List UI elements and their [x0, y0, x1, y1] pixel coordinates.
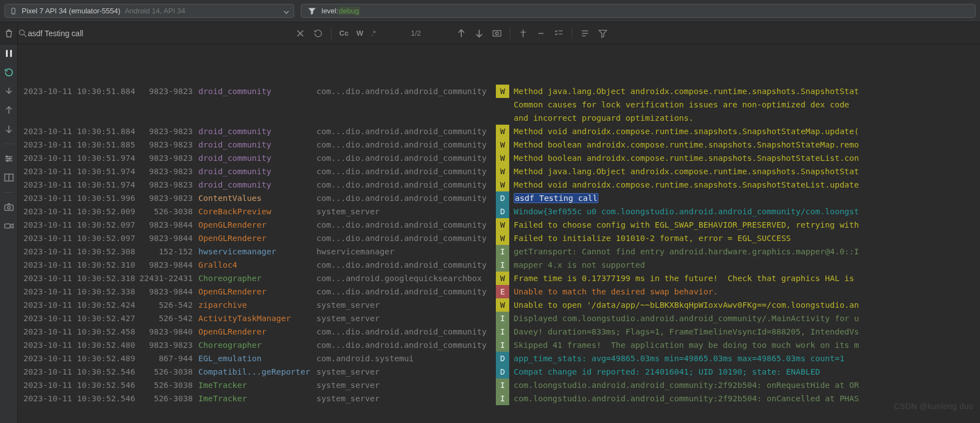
action-row: Cc W .* 1/2 — [0, 22, 980, 45]
log-row[interactable]: 2023-10-11 10:30:52.0979823-9844OpenGLRe… — [18, 232, 980, 245]
log-row[interactable]: 2023-10-11 10:30:51.8849823-9823droid_co… — [18, 125, 980, 138]
screenshot-icon[interactable] — [492, 28, 502, 38]
log-row[interactable]: 2023-10-11 10:30:52.546526-3038Compatibi… — [18, 365, 980, 378]
restart-icon[interactable] — [3, 67, 14, 78]
log-pid: 9823-9823 — [139, 178, 198, 191]
log-tag: hwservicemanager — [198, 245, 316, 258]
log-row[interactable]: 2023-10-11 10:30:52.4589823-9840OpenGLRe… — [18, 325, 980, 338]
log-pid: 9823-9840 — [139, 325, 198, 338]
log-tag: Gralloc4 — [198, 258, 316, 272]
log-table[interactable]: 2023-10-11 10:30:51.8849823-9823droid_co… — [18, 45, 980, 423]
log-lvl: W — [496, 298, 509, 312]
log-lvl: I — [496, 258, 509, 272]
log-row[interactable]: 2023-10-11 10:30:52.3389823-9844OpenGLRe… — [18, 285, 980, 298]
arrow-down-icon[interactable] — [3, 124, 14, 135]
camera-icon[interactable] — [3, 201, 14, 213]
log-ts: 2023-10-11 10:30:52.308 — [23, 245, 139, 258]
log-tag: ImeTracker — [198, 392, 316, 405]
log-ts: 2023-10-11 10:30:51.885 — [23, 138, 139, 151]
log-pid: 526-542 — [139, 298, 198, 312]
log-row[interactable]: Common causes for lock verification issu… — [18, 98, 980, 111]
log-lvl: W — [496, 178, 509, 191]
log-row[interactable]: 2023-10-11 10:30:51.8849823-9823droid_co… — [18, 85, 980, 98]
clear-log-button[interactable] — [0, 22, 18, 44]
log-row[interactable]: and incorrect proguard optimizations. — [18, 111, 980, 125]
log-pid: 9823-9844 — [139, 218, 198, 232]
log-pkg: com...dio.android.android_community — [316, 338, 496, 352]
log-row[interactable]: 2023-10-11 10:30:51.9749823-9823droid_co… — [18, 165, 980, 178]
log-pkg: com...dio.android.android_community — [316, 325, 496, 338]
log-row[interactable]: 2023-10-11 10:30:51.9749823-9823droid_co… — [18, 178, 980, 191]
arrow-up-icon[interactable] — [3, 105, 14, 116]
layout-icon[interactable] — [3, 172, 14, 183]
svg-rect-4 — [493, 31, 501, 36]
svg-rect-13 — [4, 224, 10, 228]
prev-match-button[interactable] — [456, 28, 466, 38]
log-ts: 2023-10-11 10:30:52.318 — [23, 272, 139, 285]
log-filter-input[interactable]: level:debug — [301, 4, 976, 18]
log-pkg: system_server — [316, 392, 496, 405]
video-icon[interactable] — [3, 220, 14, 232]
next-match-button[interactable] — [474, 28, 484, 38]
log-pid: 9823-9823 — [139, 151, 198, 165]
log-msg: com.loongstudio.android.android_communit… — [514, 392, 980, 405]
log-row[interactable]: 2023-10-11 10:30:52.546526-3038ImeTracke… — [18, 378, 980, 392]
topbar: Pixel 7 API 34 (emulator-5554) Android 1… — [0, 0, 980, 22]
step-over-icon[interactable] — [3, 86, 14, 97]
insert-marker-icon[interactable] — [518, 28, 528, 38]
log-msg: Displayed com.loongstudio.android.androi… — [514, 312, 980, 325]
log-row[interactable]: 2023-10-11 10:30:51.8859823-9823droid_co… — [18, 138, 980, 151]
log-lvl: W — [496, 218, 509, 232]
remove-marker-icon[interactable] — [536, 28, 546, 38]
device-selector[interactable]: Pixel 7 API 34 (emulator-5554) Android 1… — [4, 4, 294, 18]
search-input[interactable] — [28, 29, 295, 38]
log-row[interactable]: 2023-10-11 10:30:52.4809823-9823Choreogr… — [18, 338, 980, 352]
log-msg: Common causes for lock verification issu… — [514, 98, 980, 111]
regex-toggle[interactable]: .* — [371, 29, 376, 37]
log-msg: and incorrect proguard optimizations. — [514, 111, 980, 125]
log-ts: 2023-10-11 10:30:51.974 — [23, 178, 139, 191]
checklist-icon[interactable] — [554, 28, 564, 38]
log-pkg: com...dio.android.android_community — [316, 85, 496, 98]
log-ts: 2023-10-11 10:30:52.546 — [23, 392, 139, 405]
words-toggle[interactable]: W — [357, 29, 363, 37]
close-icon[interactable] — [295, 28, 305, 38]
log-pid: 9823-9823 — [139, 125, 198, 138]
log-pid: 9823-9844 — [139, 285, 198, 298]
log-msg: Method boolean androidx.compose.runtime.… — [514, 151, 980, 165]
log-msg: Compat change id reported: 214016041; UI… — [514, 365, 980, 378]
log-row[interactable]: 2023-10-11 10:30:52.424526-542ziparchive… — [18, 298, 980, 312]
log-msg: Method java.lang.Object androidx.compose… — [514, 165, 980, 178]
log-pkg: com...dio.android.android_community — [316, 178, 496, 191]
log-row[interactable]: 2023-10-11 10:30:51.9749823-9823droid_co… — [18, 151, 980, 165]
log-row[interactable]: 2023-10-11 10:30:52.009526-3038CoreBackP… — [18, 205, 980, 218]
log-msg: Method void androidx.compose.runtime.sna… — [514, 125, 980, 138]
log-row[interactable]: 2023-10-11 10:30:52.0979823-9844OpenGLRe… — [18, 218, 980, 232]
filter-icon[interactable] — [598, 28, 608, 38]
log-row[interactable]: 2023-10-11 10:30:51.9969823-9823ContentV… — [18, 191, 980, 205]
svg-point-5 — [495, 32, 498, 35]
log-lvl: D — [496, 365, 509, 378]
log-msg: Unable to match the desired swap behavio… — [514, 285, 980, 298]
log-pkg: com.android.systemui — [316, 352, 496, 365]
svg-point-6 — [6, 156, 7, 158]
phone-icon — [9, 7, 17, 15]
match-case-toggle[interactable]: Cc — [339, 29, 349, 37]
log-tag: OpenGLRenderer — [198, 232, 316, 245]
settings-icon[interactable] — [3, 153, 14, 164]
log-row[interactable]: 2023-10-11 10:30:52.489867-944EGL_emulat… — [18, 352, 980, 365]
log-row[interactable]: 2023-10-11 10:30:52.546526-3038ImeTracke… — [18, 392, 980, 405]
log-msg: Frame time is 0.17377199 ms in the futur… — [514, 272, 980, 285]
log-row[interactable]: 2023-10-11 10:30:52.3109823-9844Gralloc4… — [18, 258, 980, 272]
history-icon[interactable] — [313, 28, 323, 38]
log-row[interactable]: 2023-10-11 10:30:52.427526-542ActivityTa… — [18, 312, 980, 325]
format-icon[interactable] — [580, 28, 590, 38]
separator — [510, 28, 510, 39]
log-ts: 2023-10-11 10:30:52.310 — [23, 258, 139, 272]
pause-icon[interactable] — [3, 48, 14, 59]
log-row[interactable]: 2023-10-11 10:30:52.31822431-22431Choreo… — [18, 272, 980, 285]
log-row[interactable]: 2023-10-11 10:30:52.308152-152hwservicem… — [18, 245, 980, 258]
log-tag: OpenGLRenderer — [198, 218, 316, 232]
log-msg: Window{3ef055c u0 com.loongstudio.androi… — [514, 205, 980, 218]
separator — [331, 28, 331, 39]
